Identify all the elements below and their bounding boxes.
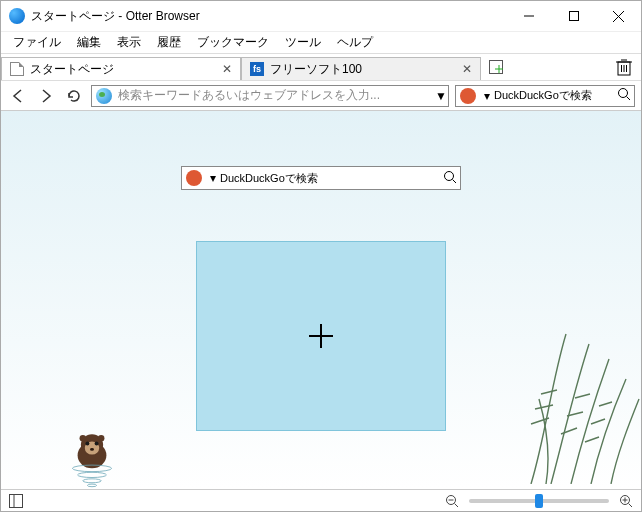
site-icon: fs	[250, 62, 264, 76]
search-bar[interactable]: ▾ DuckDuckGoで検索	[455, 85, 635, 107]
svg-point-15	[445, 171, 454, 180]
globe-icon	[96, 88, 112, 104]
navbar: 検索キーワードあるいはウェブアドレスを入力... ▼ ▾ DuckDuckGoで…	[1, 81, 641, 111]
menu-view[interactable]: 表示	[111, 32, 147, 53]
tabbar: スタートページ ✕ fs フリーソフト100 ✕	[1, 53, 641, 81]
svg-point-24	[90, 448, 94, 451]
tab-startpage[interactable]: スタートページ ✕	[1, 57, 241, 80]
center-search-bar[interactable]: ▾ DuckDuckGoで検索	[181, 166, 461, 190]
maximize-button[interactable]	[551, 2, 596, 30]
search-engine-dropdown-icon[interactable]: ▾	[206, 171, 220, 185]
svg-point-22	[85, 442, 89, 446]
tab-close-icon[interactable]: ✕	[460, 62, 474, 76]
address-dropdown-icon[interactable]: ▼	[434, 89, 448, 103]
tab-label: スタートページ	[30, 61, 216, 78]
address-placeholder: 検索キーワードあるいはウェブアドレスを入力...	[116, 87, 434, 104]
add-speed-dial-tile[interactable]	[196, 241, 446, 431]
page-icon	[10, 62, 24, 76]
minimize-button[interactable]	[506, 2, 551, 30]
tab-close-icon[interactable]: ✕	[220, 62, 234, 76]
svg-rect-1	[569, 12, 578, 21]
svg-point-30	[87, 484, 96, 487]
new-tab-button[interactable]	[481, 54, 511, 80]
svg-line-16	[453, 179, 457, 183]
search-label: DuckDuckGoで検索	[494, 88, 614, 103]
reload-button[interactable]	[63, 85, 85, 107]
closed-tabs-button[interactable]	[607, 54, 641, 80]
window-title: スタートページ - Otter Browser	[31, 8, 506, 25]
forward-button[interactable]	[35, 85, 57, 107]
menu-help[interactable]: ヘルプ	[331, 32, 379, 53]
svg-point-26	[98, 435, 105, 442]
zoom-in-button[interactable]	[617, 492, 635, 510]
svg-line-35	[455, 503, 459, 507]
titlebar: スタートページ - Otter Browser	[1, 1, 641, 31]
zoom-slider-thumb[interactable]	[535, 494, 543, 508]
svg-point-25	[80, 435, 87, 442]
statusbar	[1, 489, 641, 511]
zoom-slider[interactable]	[469, 499, 609, 503]
svg-rect-4	[490, 61, 503, 74]
duckduckgo-icon	[460, 88, 476, 104]
zoom-out-button[interactable]	[443, 492, 461, 510]
svg-point-28	[78, 472, 107, 477]
duckduckgo-icon	[186, 170, 202, 186]
start-page: ▾ DuckDuckGoで検索	[1, 111, 641, 489]
menu-tools[interactable]: ツール	[279, 32, 327, 53]
address-bar[interactable]: 検索キーワードあるいはウェブアドレスを入力... ▼	[91, 85, 449, 107]
svg-point-29	[83, 479, 101, 483]
back-button[interactable]	[7, 85, 29, 107]
otter-illustration	[56, 416, 128, 488]
menubar: ファイル 編集 表示 履歴 ブックマーク ツール ヘルプ	[1, 31, 641, 53]
svg-point-23	[95, 442, 99, 446]
reeds-illustration	[491, 324, 641, 484]
close-button[interactable]	[596, 2, 641, 30]
trash-icon	[615, 57, 633, 77]
menu-history[interactable]: 履歴	[151, 32, 187, 53]
plus-icon	[307, 322, 335, 350]
search-icon[interactable]	[440, 170, 460, 187]
menu-file[interactable]: ファイル	[7, 32, 67, 53]
center-search-label: DuckDuckGoで検索	[220, 171, 440, 186]
sidebar-toggle-button[interactable]	[7, 492, 25, 510]
search-icon[interactable]	[614, 87, 634, 104]
svg-line-14	[627, 97, 631, 101]
window-buttons	[506, 2, 641, 30]
svg-point-13	[619, 89, 628, 98]
app-icon	[9, 8, 25, 24]
menu-edit[interactable]: 編集	[71, 32, 107, 53]
tab-label: フリーソフト100	[270, 61, 456, 78]
svg-rect-31	[10, 494, 23, 507]
svg-line-39	[629, 503, 633, 507]
menu-bookmarks[interactable]: ブックマーク	[191, 32, 275, 53]
search-engine-dropdown-icon[interactable]: ▾	[480, 89, 494, 103]
tab-freesoft100[interactable]: fs フリーソフト100 ✕	[241, 57, 481, 80]
